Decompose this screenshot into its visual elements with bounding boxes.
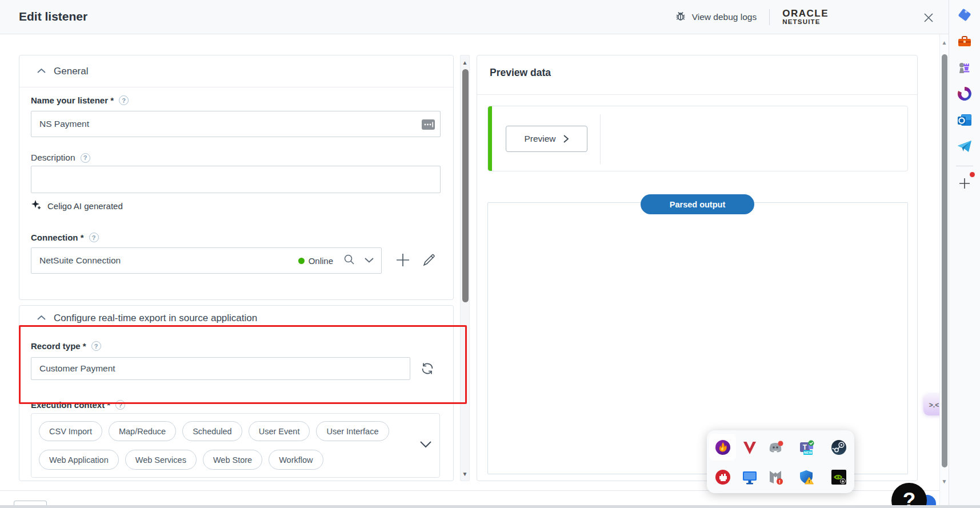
context-chip[interactable]: Web Application xyxy=(39,450,119,470)
nvidia-icon[interactable] xyxy=(831,469,847,485)
preview-panel-title: Preview data xyxy=(490,67,551,79)
fist-app-icon[interactable] xyxy=(715,469,731,485)
scrollbar-thumb[interactable] xyxy=(942,54,947,467)
name-listener-label: Name your listener * ? xyxy=(31,95,129,105)
sidebar-divider xyxy=(956,166,973,166)
chevron-down-icon[interactable] xyxy=(419,440,433,451)
configure-section-header[interactable]: Configure real-time export in source app… xyxy=(19,306,453,331)
preview-request-card: Preview xyxy=(487,106,908,171)
vanguard-icon[interactable] xyxy=(742,439,758,455)
mcafee-icon[interactable]: ! xyxy=(767,469,783,485)
execution-context-multiselect[interactable]: CSV Import Map/Reduce Scheduled User Eve… xyxy=(31,413,440,478)
execution-context-label: Execution context * ? xyxy=(31,400,125,410)
view-debug-logs-label: View debug logs xyxy=(692,12,757,22)
record-type-label: Record type * ? xyxy=(31,341,101,351)
ai-generated-label: Celigo AI generated xyxy=(47,201,123,211)
bug-icon xyxy=(674,10,687,25)
scroll-down-icon[interactable]: ▼ xyxy=(940,479,949,485)
help-circle-icon[interactable]: ? xyxy=(81,153,90,163)
svg-text:!: ! xyxy=(809,479,810,484)
header-divider xyxy=(769,9,770,25)
parsed-output-label: Parsed output xyxy=(670,200,725,209)
preview-panel: Preview data Preview Parsed output xyxy=(477,55,918,481)
general-section-header[interactable]: General xyxy=(19,55,453,87)
left-panel-scrollbar[interactable]: ▲ ▼ xyxy=(460,55,470,481)
context-chip[interactable]: Web Store xyxy=(203,450,262,470)
name-listener-input[interactable]: NS Payment xyxy=(31,111,441,137)
preview-status-bar xyxy=(488,106,492,171)
refresh-icon[interactable] xyxy=(419,361,435,379)
shopping-tag-icon[interactable] xyxy=(957,7,973,23)
monitor-app-icon[interactable] xyxy=(742,469,758,485)
scrollbar-thumb[interactable] xyxy=(462,69,469,302)
help-button[interactable]: ? xyxy=(891,483,927,508)
system-tray-flyout: TNEW ! ! xyxy=(707,430,854,493)
notification-dot xyxy=(970,172,975,177)
record-type-input[interactable]: Customer Payment xyxy=(31,357,410,380)
connection-label: Connection * ? xyxy=(31,233,99,242)
pencil-icon[interactable] xyxy=(421,252,437,270)
chevron-up-icon xyxy=(37,66,46,77)
description-label: Description ? xyxy=(31,153,90,163)
help-circle-icon[interactable]: ? xyxy=(115,400,125,410)
close-icon[interactable] xyxy=(922,11,935,25)
screen-bottom-strip xyxy=(0,505,980,508)
online-status-dot xyxy=(298,258,305,264)
context-chip[interactable]: Web Services xyxy=(125,450,197,470)
steam-icon[interactable] xyxy=(831,439,847,455)
context-chip[interactable]: User Interface xyxy=(316,421,389,441)
context-chip[interactable]: User Event xyxy=(249,421,310,441)
page-scrollbar[interactable]: ▲ ▼ xyxy=(939,34,949,505)
sparkle-ai-icon xyxy=(31,199,42,213)
preview-button-label: Preview xyxy=(524,134,555,144)
teams-icon[interactable]: TNEW xyxy=(799,439,815,455)
chess-extension-icon[interactable] xyxy=(957,59,973,75)
shield-warning-icon[interactable]: ! xyxy=(799,469,815,485)
context-chip[interactable]: CSV Import xyxy=(39,421,102,441)
page-title: Edit listener xyxy=(19,10,87,23)
add-sidebar-icon[interactable] xyxy=(957,175,973,191)
text-editor-icon[interactable] xyxy=(422,119,435,130)
chevron-up-icon xyxy=(37,313,46,324)
help-circle-icon[interactable]: ? xyxy=(91,341,101,351)
chevron-right-icon xyxy=(563,134,569,143)
help-circle-icon[interactable]: ? xyxy=(119,95,129,105)
description-input[interactable] xyxy=(31,166,441,193)
outlook-icon[interactable] xyxy=(957,112,973,128)
add-connection-button[interactable] xyxy=(394,251,411,271)
flame-app-icon[interactable] xyxy=(715,439,731,455)
kaomoji-face: >.< xyxy=(929,401,939,409)
scroll-up-icon[interactable]: ▲ xyxy=(940,40,949,46)
oracle-netsuite-logo: ORACLE NETSUITE xyxy=(782,9,829,26)
configure-section: Configure real-time export in source app… xyxy=(19,305,454,481)
search-icon[interactable] xyxy=(342,253,356,269)
parsed-output-tab[interactable]: Parsed output xyxy=(641,194,754,214)
discord-icon[interactable] xyxy=(767,439,783,455)
microsoft-365-icon[interactable] xyxy=(957,86,973,102)
help-circle-icon[interactable]: ? xyxy=(89,233,99,242)
view-debug-logs-button[interactable]: View debug logs xyxy=(674,10,757,25)
general-section: General Name your listener * ? NS Paymen… xyxy=(19,55,454,300)
telegram-icon[interactable] xyxy=(957,138,973,154)
preview-card-divider xyxy=(600,114,601,164)
svg-text:!: ! xyxy=(779,479,781,485)
connection-select[interactable]: NetSuite Connection Online xyxy=(31,247,382,274)
context-chip[interactable]: Map/Reduce xyxy=(109,421,176,441)
general-section-title: General xyxy=(54,66,88,77)
browser-sidebar xyxy=(949,0,980,508)
toolbox-icon[interactable] xyxy=(957,33,973,49)
connection-status-badge: Online xyxy=(298,256,333,266)
context-chip[interactable]: Scheduled xyxy=(182,421,242,441)
ai-generated-row: Celigo AI generated xyxy=(31,199,123,213)
record-type-value: Customer Payment xyxy=(39,363,115,374)
preview-button[interactable]: Preview xyxy=(506,126,587,152)
configure-section-title: Configure real-time export in source app… xyxy=(54,313,257,324)
dialog-header: Edit listener View debug logs ORACLE NET… xyxy=(0,0,980,34)
scroll-up-icon[interactable]: ▲ xyxy=(461,60,469,66)
scroll-down-icon[interactable]: ▼ xyxy=(461,471,469,477)
context-chip[interactable]: Workflow xyxy=(269,450,323,470)
teams-new-badge: NEW xyxy=(804,450,813,454)
connection-value: NetSuite Connection xyxy=(39,255,121,266)
name-listener-value: NS Payment xyxy=(39,119,89,129)
chevron-down-icon[interactable] xyxy=(364,255,374,266)
